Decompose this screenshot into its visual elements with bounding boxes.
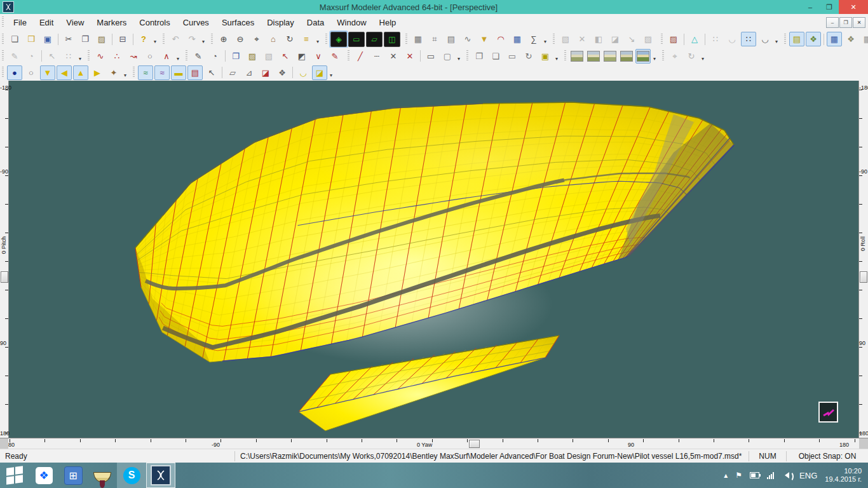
undo-icon[interactable]: ↶ xyxy=(168,32,183,46)
move-marker-icon[interactable]: ⌗ xyxy=(427,32,442,46)
dropbox-icon[interactable]: ❖ xyxy=(29,463,58,488)
contours-edges-icon[interactable]: ▤ xyxy=(187,65,203,80)
net-tag-icon[interactable]: ❖ xyxy=(806,32,821,46)
mdi-close-button[interactable]: ✕ xyxy=(853,17,865,28)
toolbar-dropdown-caret[interactable]: ▾ xyxy=(200,39,207,46)
hatch-icon[interactable]: ▨ xyxy=(641,32,656,46)
render-preset-2[interactable] xyxy=(586,49,601,64)
vertex-tool-icon[interactable]: ∨ xyxy=(311,49,326,64)
display-settings-icon[interactable]: ⊞ xyxy=(58,463,88,488)
split-line-icon[interactable]: ╱ xyxy=(353,49,368,64)
home-view-icon[interactable]: ⌂ xyxy=(266,32,281,46)
filter-table-icon[interactable]: ▼ xyxy=(477,32,492,46)
break-curves-icon[interactable]: ✕ xyxy=(402,49,417,64)
surface-trim-icon[interactable]: ◪ xyxy=(258,65,273,80)
break-nodes-icon[interactable]: ✕ xyxy=(574,32,590,46)
toolbar-dropdown-caret[interactable]: ▾ xyxy=(553,56,560,64)
help-icon[interactable]: ? xyxy=(136,32,151,46)
menu-curves[interactable]: Curves xyxy=(177,16,215,29)
curve-visibility-icon[interactable]: ◡ xyxy=(295,65,311,80)
shaded-render-icon[interactable]: ● xyxy=(7,65,22,80)
pen-tool-icon[interactable]: ✎ xyxy=(191,49,206,64)
yaw-slider-thumb[interactable] xyxy=(469,440,480,448)
menu-surfaces[interactable]: Surfaces xyxy=(215,16,261,29)
assembly-icon[interactable]: ≡ xyxy=(299,32,314,46)
fair-nodes-icon[interactable]: ◡ xyxy=(724,32,740,46)
toolbar-dropdown-caret[interactable]: ▾ xyxy=(122,72,128,80)
contours-waterlines-icon[interactable]: ▬ xyxy=(171,65,186,80)
save-icon[interactable]: ▣ xyxy=(40,32,55,46)
toolbar-dropdown-caret[interactable]: ▾ xyxy=(456,56,462,64)
marquee-select-icon[interactable]: ▧ xyxy=(261,49,276,64)
add-point-icon[interactable]: ∴ xyxy=(109,49,125,64)
net-rows-icon[interactable]: ▤ xyxy=(789,32,804,46)
toolbar-dropdown-caret[interactable]: ▾ xyxy=(651,56,658,64)
scale-nodes-icon[interactable]: ∷ xyxy=(61,49,76,64)
toolbar-dropdown-caret[interactable]: ▾ xyxy=(542,39,548,46)
compact-nodes-icon[interactable]: ◡ xyxy=(757,32,773,46)
free-transform-icon[interactable]: ▧ xyxy=(558,32,573,46)
rotate-objects-icon[interactable]: ↻ xyxy=(521,49,536,64)
send-back-icon[interactable]: ❐ xyxy=(471,49,487,64)
copy-icon[interactable]: ❐ xyxy=(78,32,93,46)
circle-tool-icon[interactable]: ○ xyxy=(142,49,158,64)
prism-icon[interactable]: △ xyxy=(687,32,702,46)
move-node-icon[interactable]: ↖ xyxy=(44,49,60,64)
spline-tool-icon[interactable]: ∿ xyxy=(93,49,108,64)
arc-tool-icon[interactable]: ◔ xyxy=(207,49,222,64)
light-right-icon[interactable]: ▶ xyxy=(90,65,105,80)
minimize-button[interactable]: ‒ xyxy=(801,0,820,14)
solid-select-icon[interactable]: ◩ xyxy=(294,49,309,64)
grid-spacing-icon[interactable]: ▦ xyxy=(860,32,868,46)
fit-surface-icon[interactable]: ◪ xyxy=(607,32,623,46)
histogram-icon[interactable]: ◠ xyxy=(493,32,508,46)
bring-front-icon[interactable]: ❏ xyxy=(488,49,503,64)
group-objects-icon[interactable]: ▣ xyxy=(538,49,553,64)
trim-curves-icon[interactable]: ✕ xyxy=(386,49,401,64)
pen-node-icon[interactable]: ✎ xyxy=(327,49,342,64)
pan-icon[interactable]: ⌖ xyxy=(249,32,264,46)
redo-icon[interactable]: ↷ xyxy=(184,32,200,46)
mask-surface-icon[interactable]: ◧ xyxy=(591,32,606,46)
surface-outline-icon[interactable]: ▱ xyxy=(225,65,240,80)
view-plan-button[interactable]: ▱ xyxy=(366,32,383,47)
fair-curve-icon[interactable]: ∿ xyxy=(460,32,475,46)
toolbar-dropdown-caret[interactable]: ▾ xyxy=(77,56,83,64)
paste-objects-icon[interactable]: ▨ xyxy=(245,49,260,64)
toolbar-dropdown-caret[interactable]: ▾ xyxy=(773,39,780,46)
align-objects-icon[interactable]: ▭ xyxy=(505,49,520,64)
nodes-off-icon[interactable]: ∷ xyxy=(708,32,723,46)
corner-point-icon[interactable]: ∧ xyxy=(159,49,174,64)
project-point-icon[interactable]: ↘ xyxy=(624,32,639,46)
mdi-restore-button[interactable]: ❐ xyxy=(839,17,852,28)
surface-visibility-icon[interactable]: ◪ xyxy=(312,65,327,80)
network-icon[interactable] xyxy=(767,472,774,479)
grid-tag-icon[interactable]: ❖ xyxy=(843,32,858,46)
drawing-canvas[interactable] xyxy=(8,81,859,438)
roll-slider-thumb[interactable] xyxy=(860,271,867,283)
locator-widget[interactable] xyxy=(818,402,838,423)
menu-markers[interactable]: Markers xyxy=(90,16,133,29)
light-top-icon[interactable]: ▲ xyxy=(73,65,88,80)
mdi-minimize-button[interactable]: ‒ xyxy=(826,17,839,28)
contours-sections-icon[interactable]: ≈ xyxy=(138,65,153,80)
delete-rows-icon[interactable]: ▦ xyxy=(410,32,426,46)
insert-rows-icon[interactable]: ▤ xyxy=(444,32,459,46)
tray-expand-icon[interactable]: ▴ xyxy=(724,471,728,480)
zoom-out-icon[interactable]: ⊖ xyxy=(233,32,248,46)
menu-view[interactable]: View xyxy=(60,16,90,29)
select-rect-icon[interactable]: ▢ xyxy=(440,49,455,64)
menu-help[interactable]: Help xyxy=(373,16,403,29)
render-preset-4[interactable] xyxy=(619,49,634,64)
surface-flag-icon[interactable]: ⊿ xyxy=(241,65,257,80)
table-icon[interactable]: ▦ xyxy=(510,32,525,46)
close-button[interactable]: ✕ xyxy=(839,0,868,14)
ship-hull-icon[interactable] xyxy=(88,463,117,488)
rotate-view-icon[interactable]: ↻ xyxy=(282,32,297,46)
language-indicator[interactable]: ENG xyxy=(799,471,817,480)
menu-display[interactable]: Display xyxy=(261,16,301,29)
light-bottom-icon[interactable]: ▼ xyxy=(40,65,55,80)
view-perspective-button[interactable]: ◈ xyxy=(330,32,347,47)
pitch-ruler[interactable]: -180-900 Pitch90180 xyxy=(0,81,9,438)
light-custom-icon[interactable]: ✦ xyxy=(106,65,121,80)
